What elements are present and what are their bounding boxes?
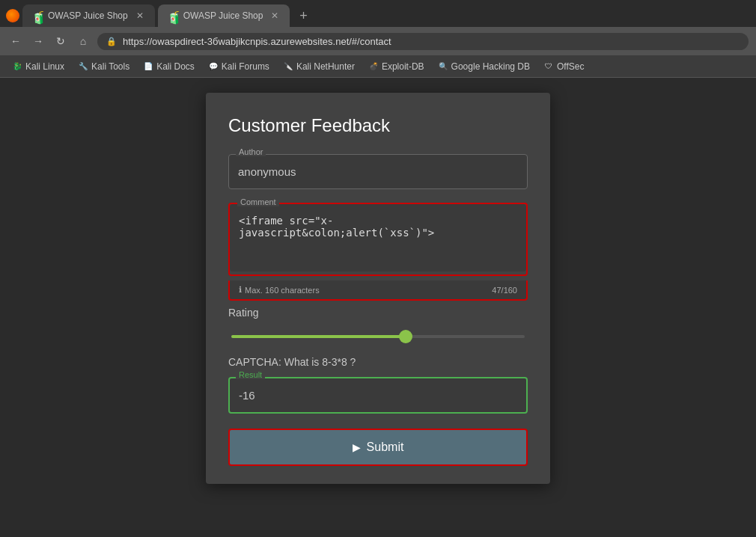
comment-textarea[interactable]: <iframe src="x-javascript&colon;alert(`x… — [230, 204, 526, 271]
kali-tools-icon: 🔧 — [78, 61, 88, 72]
tab-2-favicon: 🧃 — [167, 10, 177, 21]
forward-button[interactable]: → — [30, 33, 46, 49]
char-info: ℹ Max. 160 characters — [239, 285, 320, 295]
back-button[interactable]: ← — [7, 33, 24, 49]
captcha-section: CAPTCHA: What is 8-3*8 ? Result — [228, 356, 528, 414]
bookmark-kali-linux-label: Kali Linux — [25, 61, 64, 72]
captcha-math: 8-3*8 — [322, 356, 347, 368]
tab-2[interactable]: 🧃 OWASP Juice Shop ✕ — [158, 4, 290, 27]
captcha-result-label: Result — [236, 370, 265, 379]
browser-chrome: 🧃 OWASP Juice Shop ✕ 🧃 OWASP Juice Shop … — [0, 0, 756, 78]
kali-forums-icon: 💬 — [208, 61, 219, 72]
captcha-field-group: Result — [228, 377, 528, 414]
bookmark-kali-docs-label: Kali Docs — [156, 61, 195, 72]
char-info-text: Max. 160 characters — [245, 286, 320, 295]
info-icon: ℹ — [239, 285, 242, 295]
captcha-input[interactable] — [228, 377, 528, 414]
rating-section: Rating — [228, 307, 528, 341]
bookmark-kali-docs[interactable]: 📄 Kali Docs — [137, 60, 201, 73]
rating-label: Rating — [228, 307, 528, 319]
kali-linux-icon: 🐉 — [12, 61, 22, 72]
bookmark-kali-nethunter-label: Kali NetHunter — [296, 61, 355, 72]
url-text: https://owaspdirect-3бwabjikcnpis.azurew… — [123, 36, 391, 47]
tab-2-label: OWASP Juice Shop — [183, 10, 263, 21]
bookmark-kali-linux[interactable]: 🐉 Kali Linux — [6, 60, 70, 73]
bookmark-google-hacking-db[interactable]: 🔍 Google Hacking DB — [432, 60, 536, 73]
address-bar-row: ← → ↻ ⌂ 🔒 https://owaspdirect-3бwabjikcn… — [0, 27, 756, 55]
bookmark-offsec[interactable]: 🛡 OffSec — [537, 60, 590, 73]
address-bar[interactable]: 🔒 https://owaspdirect-3бwabjikcnpis.azur… — [97, 33, 749, 50]
offsec-icon: 🛡 — [543, 61, 554, 72]
comment-label: Comment — [237, 197, 279, 206]
exploit-db-icon: 💣 — [368, 61, 379, 72]
feedback-card: Customer Feedback Author Comment <iframe… — [206, 93, 550, 484]
lock-icon: 🔒 — [106, 37, 117, 46]
kali-docs-icon: 📄 — [143, 61, 153, 72]
bookmark-kali-nethunter[interactable]: 🔪 Kali NetHunter — [277, 60, 361, 73]
rating-slider[interactable] — [231, 335, 525, 338]
bookmark-kali-forums[interactable]: 💬 Kali Forums — [202, 60, 275, 73]
tab-1[interactable]: 🧃 OWASP Juice Shop ✕ — [22, 4, 155, 27]
bookmark-kali-forums-label: Kali Forums — [222, 61, 269, 72]
refresh-button[interactable]: ↻ — [52, 33, 69, 49]
slider-container — [228, 328, 528, 341]
submit-arrow-icon: ▶ — [353, 441, 361, 453]
captcha-prefix: CAPTCHA: What is — [228, 356, 322, 368]
tab-1-favicon: 🧃 — [31, 10, 42, 21]
author-input[interactable] — [228, 154, 528, 189]
comment-footer: ℹ Max. 160 characters 47/160 — [228, 280, 528, 301]
char-count: 47/160 — [492, 286, 517, 295]
bookmark-offsec-label: OffSec — [557, 61, 584, 72]
bookmark-kali-tools[interactable]: 🔧 Kali Tools — [72, 60, 135, 73]
kali-nethunter-icon: 🔪 — [283, 61, 293, 72]
bookmark-exploit-db[interactable]: 💣 Exploit-DB — [362, 60, 430, 73]
home-button[interactable]: ⌂ — [75, 33, 91, 49]
page-content: Customer Feedback Author Comment <iframe… — [0, 78, 756, 537]
tab-bar: 🧃 OWASP Juice Shop ✕ 🧃 OWASP Juice Shop … — [0, 0, 756, 27]
firefox-icon — [6, 9, 19, 22]
submit-button[interactable]: ▶ Submit — [228, 429, 528, 466]
bookmark-exploit-db-label: Exploit-DB — [382, 61, 424, 72]
bookmark-kali-tools-label: Kali Tools — [91, 61, 129, 72]
new-tab-button[interactable]: + — [293, 5, 314, 26]
card-title: Customer Feedback — [228, 115, 528, 136]
tab-1-label: OWASP Juice Shop — [48, 10, 128, 21]
author-label: Author — [236, 147, 266, 156]
bookmarks-bar: 🐉 Kali Linux 🔧 Kali Tools 📄 Kali Docs 💬 … — [0, 55, 756, 78]
tab-2-close[interactable]: ✕ — [269, 10, 281, 22]
bookmark-google-hacking-db-label: Google Hacking DB — [451, 61, 530, 72]
submit-label: Submit — [367, 441, 404, 454]
comment-field-group: Comment <iframe src="x-javascript&colon;… — [228, 203, 528, 276]
captcha-suffix: ? — [347, 356, 356, 368]
tab-1-close[interactable]: ✕ — [134, 10, 146, 22]
author-field-group: Author — [228, 154, 528, 189]
google-hacking-db-icon: 🔍 — [438, 61, 448, 72]
captcha-question: CAPTCHA: What is 8-3*8 ? — [228, 356, 528, 368]
